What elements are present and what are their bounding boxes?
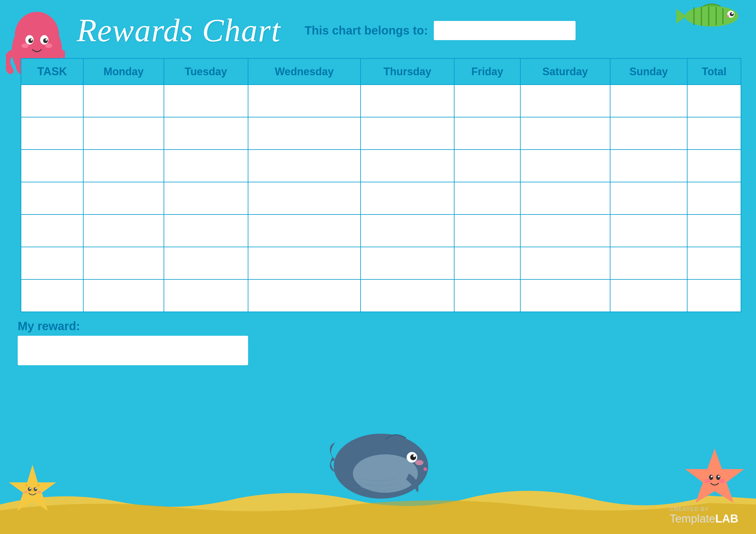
svg-point-38 xyxy=(711,475,713,477)
total-cell[interactable] xyxy=(687,150,741,182)
whale-decoration xyxy=(326,422,430,510)
svg-point-31 xyxy=(413,455,416,457)
chart-title: Rewards Chart xyxy=(77,12,281,49)
svg-point-41 xyxy=(719,479,725,483)
table-header-row: TASK Monday Tuesday Wednesday Thursday F… xyxy=(21,59,741,85)
sunday-cell[interactable] xyxy=(610,117,688,150)
saturday-cell[interactable] xyxy=(520,117,610,150)
wednesday-cell[interactable] xyxy=(248,279,361,312)
belongs-to-label: This chart belongs to: xyxy=(305,24,428,37)
friday-cell[interactable] xyxy=(454,85,520,117)
svg-point-39 xyxy=(718,475,720,477)
friday-cell[interactable] xyxy=(454,247,520,279)
thursday-cell[interactable] xyxy=(361,215,454,247)
svg-point-36 xyxy=(709,475,713,480)
col-sunday: Sunday xyxy=(610,59,688,85)
wednesday-cell[interactable] xyxy=(248,215,361,247)
sunday-cell[interactable] xyxy=(610,247,688,279)
thursday-cell[interactable] xyxy=(361,182,454,215)
table-row xyxy=(21,215,741,247)
task-cell[interactable] xyxy=(21,247,83,279)
my-reward-label: My reward: xyxy=(18,319,248,333)
sunday-cell[interactable] xyxy=(610,150,688,182)
sunday-cell[interactable] xyxy=(610,182,688,215)
saturday-cell[interactable] xyxy=(520,215,610,247)
svg-point-47 xyxy=(34,487,37,491)
monday-cell[interactable] xyxy=(83,182,164,215)
monday-cell[interactable] xyxy=(83,215,164,247)
sunday-cell[interactable] xyxy=(610,85,688,117)
tuesday-cell[interactable] xyxy=(164,215,248,247)
svg-point-37 xyxy=(716,475,720,480)
task-cell[interactable] xyxy=(21,279,83,312)
task-cell[interactable] xyxy=(21,117,83,150)
friday-cell[interactable] xyxy=(454,117,520,150)
tuesday-cell[interactable] xyxy=(164,182,248,215)
thursday-cell[interactable] xyxy=(361,85,454,117)
tuesday-cell[interactable] xyxy=(164,117,248,150)
task-cell[interactable] xyxy=(21,150,83,182)
header: Rewards Chart This chart belongs to: xyxy=(18,12,738,49)
tuesday-cell[interactable] xyxy=(164,247,248,279)
saturday-cell[interactable] xyxy=(520,85,610,117)
wednesday-cell[interactable] xyxy=(248,247,361,279)
svg-point-50 xyxy=(23,491,28,494)
task-cell[interactable] xyxy=(21,182,83,215)
my-reward-section: My reward: xyxy=(18,319,248,365)
total-cell[interactable] xyxy=(687,247,741,279)
col-monday: Monday xyxy=(83,59,164,85)
friday-cell[interactable] xyxy=(454,215,520,247)
tuesday-cell[interactable] xyxy=(164,85,248,117)
belongs-to-input[interactable] xyxy=(434,21,576,40)
svg-point-49 xyxy=(36,488,37,489)
page-container: Rewards Chart This chart belongs to: TAS… xyxy=(0,0,756,534)
my-reward-input[interactable] xyxy=(18,336,248,365)
friday-cell[interactable] xyxy=(454,279,520,312)
wednesday-cell[interactable] xyxy=(248,182,361,215)
wednesday-cell[interactable] xyxy=(248,150,361,182)
saturday-cell[interactable] xyxy=(520,150,610,182)
total-cell[interactable] xyxy=(687,85,741,117)
col-wednesday: Wednesday xyxy=(248,59,361,85)
task-cell[interactable] xyxy=(21,85,83,117)
monday-cell[interactable] xyxy=(83,247,164,279)
sunday-cell[interactable] xyxy=(610,215,688,247)
saturday-cell[interactable] xyxy=(520,279,610,312)
table-row xyxy=(21,150,741,182)
svg-point-32 xyxy=(415,460,423,465)
table-row xyxy=(21,247,741,279)
friday-cell[interactable] xyxy=(454,182,520,215)
thursday-cell[interactable] xyxy=(361,279,454,312)
thursday-cell[interactable] xyxy=(361,117,454,150)
tuesday-cell[interactable] xyxy=(164,279,248,312)
total-cell[interactable] xyxy=(687,182,741,215)
bottom-section: My reward: xyxy=(18,319,738,365)
table-row xyxy=(21,117,741,150)
wednesday-cell[interactable] xyxy=(248,117,361,150)
table-row xyxy=(21,85,741,117)
svg-point-33 xyxy=(423,467,427,471)
col-tuesday: Tuesday xyxy=(164,59,248,85)
tuesday-cell[interactable] xyxy=(164,150,248,182)
monday-cell[interactable] xyxy=(83,85,164,117)
monday-cell[interactable] xyxy=(83,117,164,150)
total-cell[interactable] xyxy=(687,279,741,312)
svg-point-45 xyxy=(37,484,40,487)
sunday-cell[interactable] xyxy=(610,279,688,312)
task-cell[interactable] xyxy=(21,215,83,247)
total-cell[interactable] xyxy=(687,117,741,150)
starfish-right-decoration xyxy=(682,445,747,516)
saturday-cell[interactable] xyxy=(520,247,610,279)
wednesday-cell[interactable] xyxy=(248,85,361,117)
col-task: TASK xyxy=(21,59,83,85)
monday-cell[interactable] xyxy=(83,279,164,312)
brand-name: TemplateLAB xyxy=(670,513,738,525)
saturday-cell[interactable] xyxy=(520,182,610,215)
table-row xyxy=(21,182,741,215)
total-cell[interactable] xyxy=(687,215,741,247)
thursday-cell[interactable] xyxy=(361,150,454,182)
friday-cell[interactable] xyxy=(454,150,520,182)
col-total: Total xyxy=(687,59,741,85)
monday-cell[interactable] xyxy=(83,150,164,182)
thursday-cell[interactable] xyxy=(361,247,454,279)
